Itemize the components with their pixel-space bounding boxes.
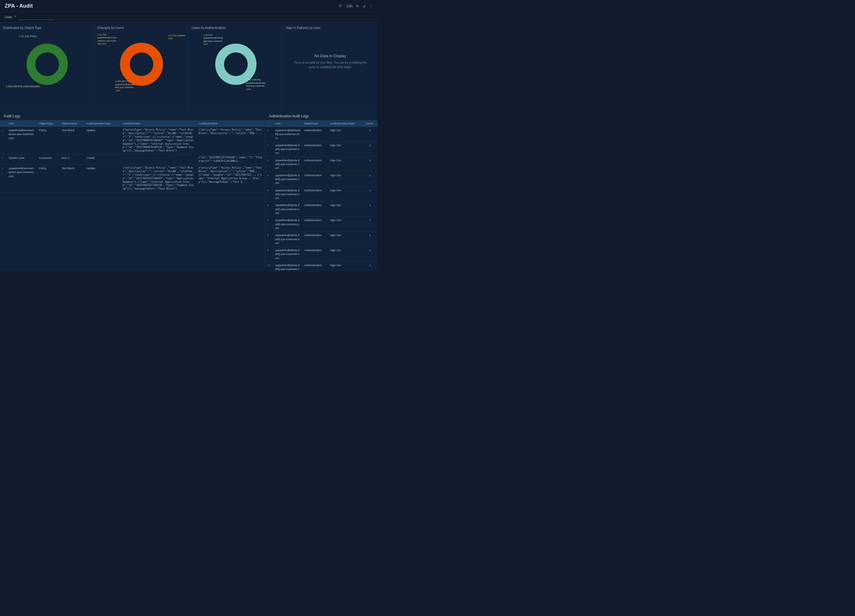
changes-chart-title: Changes by Users [97, 26, 185, 29]
row-old-value [121, 154, 197, 165]
auth-col-count[interactable]: _count [363, 120, 377, 127]
refresh-icon[interactable]: ↻ [356, 4, 359, 8]
row-num: 2 [0, 154, 7, 165]
auth-row-count: 1 [363, 142, 377, 156]
clock-icon: ⏱ [339, 4, 342, 8]
auth-row-object-type: Authentication [302, 217, 328, 232]
auth-row-object-type: Authentication [302, 202, 328, 217]
auth-row-object-type: Authentication [302, 247, 328, 262]
auth-table-row[interactable]: 5 zpaadmin@qhxta dahfj.zpa-customer.com … [265, 186, 377, 202]
col-object-type[interactable]: ObjectType [37, 120, 60, 127]
distribution-chart-title: Distribution by Object Type [3, 26, 91, 29]
auth-table-row[interactable]: 6 zpaadmin@qhxta dahfj.zpa-customer.com … [265, 202, 377, 217]
col-user[interactable]: user [7, 120, 37, 127]
row-num: 3 [0, 165, 7, 193]
bottom-section: Audit Logs user ObjectType ObjectName Au… [0, 111, 377, 264]
changes-label-3: 1,499 (99.7%)zpaadmin@qhxtadahfj.zpa-cus… [115, 80, 150, 92]
auth-row-operation: Sign Out [328, 262, 363, 271]
auth-row-count: 1 [363, 186, 377, 202]
auth-row-count: 1 [363, 171, 377, 186]
auth-row-num: 6 [265, 202, 274, 217]
audit-table-row[interactable]: 1 zpaadmin@smmwmqnszx.zpa-customer.com P… [0, 127, 265, 154]
row-user: System User [7, 154, 37, 165]
header-actions: ⏱ -24h ↻ ⊿ ⋮ [339, 4, 373, 8]
auth-row-object-type: Authentication [302, 171, 328, 186]
auth-col-operation[interactable]: AuditOperationType [328, 120, 363, 127]
auth-row-count: 1 [363, 247, 377, 262]
auth-row-operation: Sign Out [328, 217, 363, 232]
filter-asterisk: * [14, 15, 16, 19]
row-object-name: Test Block [60, 165, 84, 193]
filter-icon[interactable]: ⊿ [363, 4, 366, 8]
sign-in-failures-panel: Sign In Failures by User No Data to Disp… [283, 22, 377, 111]
audit-table-row[interactable]: 2 System User Connector tes2-1 Create {"… [0, 154, 265, 165]
auth-row-user: zpaadmin@qhxtadahfj.zpa-customer.com [274, 127, 302, 142]
row-object-name: tes2-1 [60, 154, 84, 165]
changes-chart-panel: Changes by Users 2 (0.1%)zpaadmin@smmwmq… [94, 22, 189, 111]
auth-audit-table: user ObjectType AuditOperationType _coun… [265, 120, 377, 271]
auth-row-object-type: Authentication [302, 186, 328, 202]
charts-section: Distribution by Object Type 2 (0.1%) Pol… [0, 22, 377, 111]
filter-user-label: User [5, 15, 12, 19]
auth-row-user: zpaadmin@qhxta dahfj.zpa-customer.com [274, 247, 302, 262]
auth-audit-panel: Authentication Audit Logs user ObjectTyp… [265, 111, 377, 271]
page-title: ZPA - Audit [5, 3, 33, 9]
auth-table-row[interactable]: 9 zpaadmin@qhxta dahfj.zpa-customer.com … [265, 247, 377, 262]
distribution-chart-panel: Distribution by Object Type 2 (0.1%) Pol… [0, 22, 94, 111]
row-object-type: Policy [37, 127, 60, 154]
col-new-value[interactable]: AuditNewValue [197, 120, 265, 127]
col-object-name[interactable]: ObjectName [60, 120, 84, 127]
auth-row-operation: Sign Out [328, 156, 363, 171]
auth-table-row[interactable]: 8 zpaadmin@qhxta dahfj.zpa-customer.com … [265, 232, 377, 247]
changes-donut: 2 (0.1%)zpaadmin@smmwmqnszx.zpa-customer… [97, 32, 185, 97]
auth-table-row[interactable]: 4 zpaadmin@qhxta dahfj.zpa-customer.com … [265, 171, 377, 186]
auth-audit-title: Authentication Audit Logs [265, 111, 377, 120]
row-new-value: {"policyType":"Access Policy","name":"Te… [197, 127, 265, 154]
auth-table-row[interactable]: 10 zpaadmin@qhxta dahfj.zpa-customer.com… [265, 262, 377, 271]
auth-row-count: 1 [363, 156, 377, 171]
auth-table-row[interactable]: 3 zpaadmin@qhxta dahfj.zpa-customer.com … [265, 156, 377, 171]
dist-label-policy: 2 (0.1%) Policy [19, 35, 37, 38]
row-operation: Create [84, 154, 121, 165]
auth-row-object-type: Authentication [302, 142, 328, 156]
audit-logs-title: Audit Logs [0, 111, 265, 120]
dist-label-auth: 1,500 (99.8%) Authentication [6, 85, 40, 89]
auth-col-user[interactable]: user [274, 120, 302, 127]
header: ZPA - Audit ⏱ -24h ↻ ⊿ ⋮ [0, 0, 377, 12]
audit-logs-table-wrapper[interactable]: user ObjectType ObjectName AuditOperatio… [0, 120, 265, 271]
row-num: 1 [0, 127, 7, 154]
time-range[interactable]: -24h [346, 4, 352, 8]
filter-bar: User * [0, 12, 377, 22]
audit-logs-panel: Audit Logs user ObjectType ObjectName Au… [0, 111, 265, 271]
auth-audit-table-wrapper[interactable]: user ObjectType AuditOperationType _coun… [265, 120, 377, 271]
auth-row-user: zpaadmin@qhxta dahfj.zpa-customer.com [274, 142, 302, 156]
auth-row-operation: Sign Out [328, 127, 363, 142]
auth-row-count: 1 [363, 262, 377, 271]
auth-table-row[interactable]: 7 zpaadmin@qhxta dahfj.zpa-customer.com … [265, 217, 377, 232]
no-data-title: No Data to Display [314, 53, 346, 58]
auth-row-operation: Sign Out [328, 247, 363, 262]
auth-row-user: zpaadmin@qhxta dahfj.zpa-customer.com [274, 262, 302, 271]
auth-label-2: 1,499 (99.9%)zpaadmin@qhxtadahfj.zpa-cus… [246, 78, 281, 91]
more-icon[interactable]: ⋮ [369, 4, 373, 8]
changes-labels: 2 (0.1%)zpaadmin@smmwmqnszx.zpa-customer… [97, 32, 185, 97]
col-old-value[interactable]: AuditOldValue [121, 120, 197, 127]
auth-row-user: zpaadmin@qhxta dahfj.zpa-customer.com [274, 156, 302, 171]
auth-row-count: 1 [363, 202, 377, 217]
auth-table-row[interactable]: 1 zpaadmin@qhxtadahfj.zpa-customer.com A… [265, 127, 377, 142]
row-old-value: {"policyType":"Access Policy","name":"Te… [121, 127, 197, 154]
auth-row-num: 7 [265, 217, 274, 232]
row-old-value: {"policyType":"Access Policy","name":"Te… [121, 165, 197, 193]
no-data-subtitle: There is no data for your filter. You ca… [292, 60, 369, 69]
auth-table-row[interactable]: 2 zpaadmin@qhxta dahfj.zpa-customer.com … [265, 142, 377, 156]
filter-user-input[interactable] [18, 14, 54, 20]
col-operation[interactable]: AuditOperationType [84, 120, 121, 127]
auth-row-num: 9 [265, 247, 274, 262]
auth-col-object-type[interactable]: ObjectType [302, 120, 328, 127]
row-object-type: Policy [37, 165, 60, 193]
changes-label-2: 1 (0.1%) SystemUser [168, 34, 185, 40]
row-object-name: Test Block [60, 127, 84, 154]
row-new-value: {"id":"16217661327758208","name":"1","fi… [197, 154, 265, 165]
audit-table-row[interactable]: 3 zpaadmin@smmwmqnszx.zpa-customer.com P… [0, 165, 265, 193]
row-user: zpaadmin@smmwmqnszx.zpa-customer.com [7, 127, 37, 154]
